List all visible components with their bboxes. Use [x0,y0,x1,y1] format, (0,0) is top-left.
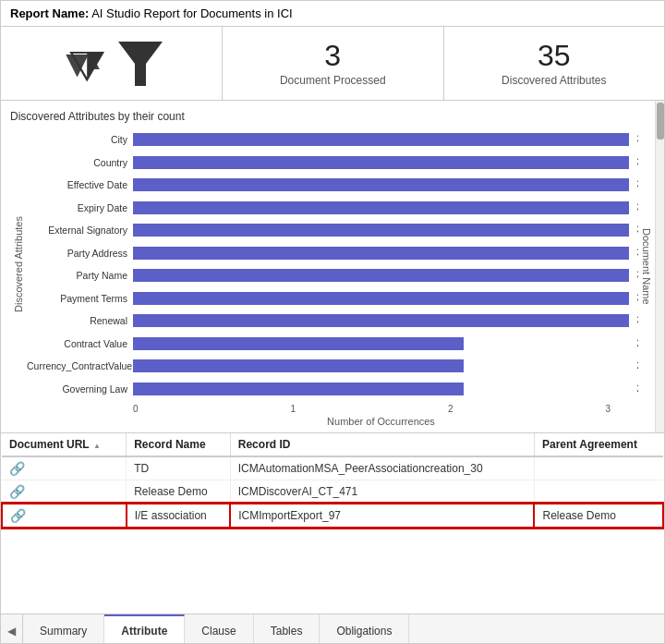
scrollbar-thumb[interactable] [657,103,664,140]
bar-label: Party Address [27,248,133,259]
bar-track: 2 [133,383,629,395]
discovered-attrs-stat: 35 Discovered Attributes [444,27,665,100]
bottom-tabs: ◀ SummaryAttributeClauseTablesObligation… [1,614,664,644]
record-name-cell: Release Demo [127,480,231,504]
bar-track: 3 [133,224,629,237]
bar-value: 3 [636,292,638,305]
tab-attribute[interactable]: Attribute [104,614,185,644]
bar-row: Renewal3 [27,311,629,330]
record-id-cell: ICMAutomationMSA_PeerAssociationcreation… [230,456,534,480]
bar-label: Effective Date [27,179,133,190]
bar-label: Renewal [27,315,133,326]
bar-fill [133,178,629,191]
bar-fill [133,224,629,237]
x-tick: 0 [133,404,139,414]
doc-label: Document Processed [280,74,386,87]
bar-label: Currency_ContractValue [27,360,133,371]
bar-fill [133,201,629,214]
bar-track: 3 [133,292,629,305]
chart-title: Discovered Attributes by their count [10,110,629,123]
doc-count: 3 [324,41,341,70]
funnel-icon [116,38,164,90]
table-head: Document URL ▲Record NameRecord IDParent… [2,433,663,456]
table-header-record-name: Record Name [127,433,231,456]
y-axis-label: Discovered Attributes [10,130,27,398]
x-axis-ticks: 0123 [133,404,611,414]
bar-row: Contract Value2 [27,334,629,353]
bar-label: Payment Terms [27,293,133,304]
report-header: Report Name: AI Studio Report for Docume… [1,1,664,27]
link-icon[interactable]: 🔗 [9,484,25,499]
bar-value: 3 [636,314,638,327]
bar-row: Payment Terms3 [27,289,629,308]
bar-row: Currency_ContractValue2 [27,357,629,375]
url-cell[interactable]: 🔗 [2,504,127,528]
bar-label: City [27,134,133,145]
bar-row: Party Name3 [27,266,629,285]
table-header-parent-agreement: Parent Agreement [534,433,663,456]
bar-value: 3 [636,156,638,169]
tab-clause[interactable]: Clause [185,614,253,644]
sort-icon: ▲ [91,442,101,450]
bar-track: 3 [133,247,629,260]
bar-label: External Signatory [27,225,133,236]
table-body: 🔗TDICMAutomationMSA_PeerAssociationcreat… [2,456,663,528]
bar-track: 3 [133,156,629,169]
bar-fill [133,156,629,169]
table-row: 🔗TDICMAutomationMSA_PeerAssociationcreat… [2,456,663,480]
url-cell[interactable]: 🔗 [2,480,127,504]
table-header-document-url[interactable]: Document URL ▲ [2,433,127,456]
parent-agreement-cell: Release Demo [534,504,663,528]
scrollbar[interactable] [655,101,664,432]
report-label: Report Name: [10,6,89,20]
bar-fill [133,133,629,146]
record-id-cell: ICMDiscoverAI_CT_471 [230,480,534,504]
bar-value: 2 [636,383,638,395]
bar-track: 3 [133,178,629,191]
tab-tables[interactable]: Tables [254,614,320,644]
bar-track: 3 [133,201,629,214]
record-id-cell: ICMImportExport_97 [230,504,534,528]
bar-row: Expiry Date3 [27,199,629,217]
bar-row: Effective Date3 [27,176,629,194]
table-row: 🔗Release DemoICMDiscoverAI_CT_471 [2,480,663,504]
x-tick: 2 [448,404,453,414]
bar-fill [133,314,629,327]
bar-row: Country3 [27,153,629,172]
filter-icon[interactable]: ▼▲ ⧩ [58,44,116,83]
bar-track: 3 [133,314,629,327]
url-cell[interactable]: 🔗 [2,456,127,480]
table-section: Document URL ▲Record NameRecord IDParent… [1,433,664,614]
report-title: AI Studio Report for Documents in ICI [91,6,292,20]
tab-summary[interactable]: Summary [23,614,104,644]
bar-row: Governing Law2 [27,380,629,398]
bar-row: City3 [27,130,629,149]
bar-fill [133,383,464,395]
x-axis-label: Number of Occurrences [133,416,629,427]
bar-value: 3 [636,178,638,191]
link-icon[interactable]: 🔗 [9,461,25,476]
bar-value: 3 [636,133,638,146]
bar-label: Party Name [27,270,133,281]
bar-value: 2 [636,337,638,350]
link-icon[interactable]: 🔗 [10,508,26,523]
bar-fill [133,269,629,282]
parent-agreement-cell [534,480,663,504]
table-row: 🔗I/E associationICMImportExport_97Releas… [2,504,663,528]
tabs-container: SummaryAttributeClauseTablesObligations [23,614,664,644]
bar-value: 2 [636,359,638,372]
bar-label: Expiry Date [27,202,133,213]
table-header-record-id: Record ID [230,433,534,456]
chart-bars: City3Country3Effective Date3Expiry Date3… [27,130,629,398]
bar-label: Governing Law [27,383,133,395]
tab-obligations[interactable]: Obligations [320,614,409,644]
bar-label: Contract Value [27,338,133,349]
x-tick: 1 [290,404,296,414]
bar-fill [133,337,464,350]
bar-value: 3 [636,247,638,260]
nav-prev-arrow[interactable]: ◀ [1,614,23,644]
chart-container: Discovered Attributes by their count Dis… [1,101,638,432]
bar-track: 2 [133,337,629,350]
bar-track: 2 [133,359,629,372]
record-name-cell: I/E association [127,504,231,528]
